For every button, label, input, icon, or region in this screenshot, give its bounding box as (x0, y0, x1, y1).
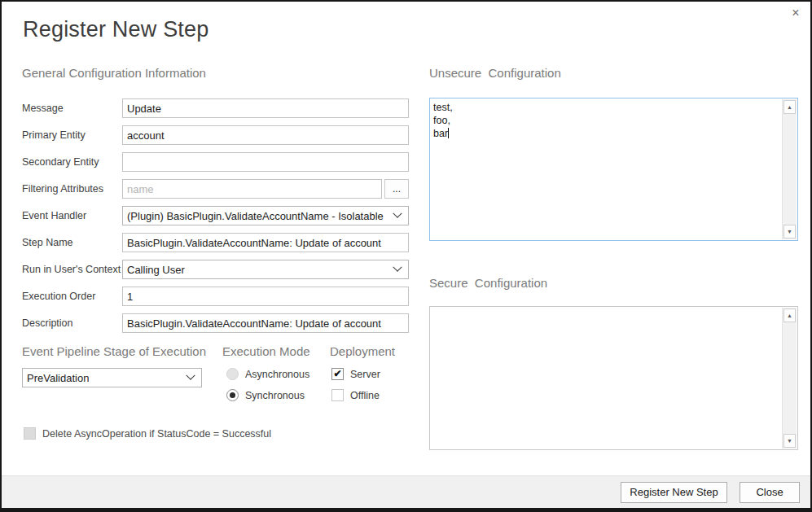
asynchronous-radio (226, 368, 239, 380)
chevron-down-icon (186, 371, 195, 380)
offline-option[interactable]: Offline (331, 389, 380, 401)
general-configuration-form: Message Primary Entity Secondary Entity … (22, 98, 409, 340)
description-label: Description (22, 317, 122, 329)
close-icon[interactable]: × (788, 5, 804, 21)
server-option[interactable]: ✔ Server (331, 368, 380, 380)
unsecure-config-line: foo, (433, 114, 779, 127)
filtering-attributes-row: Filtering Attributes ... (22, 179, 409, 199)
description-input[interactable] (122, 313, 409, 333)
chevron-down-icon (393, 263, 402, 272)
secure-configuration-textarea[interactable] (430, 307, 783, 449)
event-handler-row: Event Handler (Plugin) BasicPlugin.Valid… (22, 206, 409, 225)
synchronous-label: Synchronous (245, 390, 305, 401)
pipeline-stage-dropdown[interactable]: PreValidation (22, 368, 202, 387)
event-handler-dropdown[interactable]: (Plugin) BasicPlugin.ValidateAccountName… (122, 206, 409, 225)
execution-order-input[interactable] (122, 287, 409, 306)
close-button[interactable]: Close (740, 482, 800, 503)
chevron-down-icon (393, 209, 402, 218)
unsecure-configuration-textarea[interactable]: test, foo, bar (430, 98, 783, 240)
secondary-entity-row: Secondary Entity (22, 152, 409, 172)
synchronous-radio[interactable] (226, 389, 239, 401)
offline-label: Offline (350, 390, 380, 401)
unsecure-config-line: test, (433, 101, 779, 114)
message-input[interactable] (122, 98, 409, 118)
run-in-users-context-label: Run in User's Context (22, 264, 122, 275)
filtering-attributes-label: Filtering Attributes (22, 183, 122, 195)
dialog-footer: Register New Step Close (2, 475, 810, 508)
description-row: Description (22, 313, 409, 333)
delete-async-operation-option: Delete AsyncOperation if StatusCode = Su… (24, 427, 271, 440)
pipeline-stage-value: PreValidation (27, 372, 89, 384)
event-handler-label: Event Handler (22, 210, 122, 221)
run-in-users-context-dropdown[interactable]: Calling User (122, 260, 409, 279)
text-caret (448, 128, 449, 138)
secondary-entity-label: Secondary Entity (22, 156, 122, 168)
server-checkbox[interactable]: ✔ (331, 368, 344, 380)
event-pipeline-stage-header: Event Pipeline Stage of Execution (22, 344, 206, 358)
general-configuration-header: General Configuration Information (22, 66, 206, 80)
primary-entity-label: Primary Entity (22, 129, 122, 141)
deployment-options: ✔ Server Offline (331, 368, 380, 410)
unsecure-configuration-box: test, foo, bar ▲ ▼ (429, 98, 798, 241)
unsecure-configuration-header: Unsecure Configuration (429, 66, 561, 80)
step-name-row: Step Name (22, 233, 409, 252)
deployment-header: Deployment (330, 344, 395, 358)
message-row: Message (22, 98, 409, 118)
register-new-step-dialog: × Register New Step General Configuratio… (0, 0, 812, 512)
primary-entity-input[interactable] (122, 125, 409, 145)
synchronous-option[interactable]: Synchronous (226, 389, 309, 401)
asynchronous-label: Asynchronous (245, 369, 309, 380)
register-new-step-button[interactable]: Register New Step (621, 482, 727, 503)
offline-checkbox[interactable] (331, 389, 344, 401)
scroll-up-icon[interactable]: ▲ (783, 309, 796, 322)
primary-entity-row: Primary Entity (22, 125, 409, 145)
secure-configuration-box: ▲ ▼ (429, 306, 798, 450)
step-name-label: Step Name (22, 237, 122, 248)
execution-mode-options: Asynchronous Synchronous (226, 368, 309, 410)
run-in-users-context-row: Run in User's Context Calling User (22, 260, 409, 279)
filtering-attributes-input[interactable] (122, 179, 382, 199)
asynchronous-option: Asynchronous (226, 368, 309, 380)
delete-async-operation-checkbox (24, 427, 36, 440)
scroll-down-icon[interactable]: ▼ (783, 225, 796, 238)
secure-configuration-header: Secure Configuration (429, 276, 547, 290)
scroll-down-icon[interactable]: ▼ (783, 434, 796, 448)
execution-order-label: Execution Order (22, 291, 122, 302)
filtering-attributes-browse-button[interactable]: ... (384, 179, 409, 199)
scroll-up-icon[interactable]: ▲ (783, 100, 796, 114)
step-name-input[interactable] (122, 233, 409, 252)
unsecure-config-scrollbar[interactable]: ▲ ▼ (782, 99, 797, 239)
message-label: Message (22, 103, 122, 114)
server-label: Server (350, 369, 380, 380)
run-in-users-context-value: Calling User (127, 264, 185, 276)
delete-async-operation-label: Delete AsyncOperation if StatusCode = Su… (42, 428, 271, 440)
execution-mode-header: Execution Mode (222, 344, 310, 358)
execution-order-row: Execution Order (22, 287, 409, 306)
event-handler-value: (Plugin) BasicPlugin.ValidateAccountName… (127, 210, 384, 222)
secondary-entity-input[interactable] (122, 152, 409, 172)
secure-config-scrollbar[interactable]: ▲ ▼ (782, 308, 797, 449)
unsecure-config-line: bar (433, 127, 779, 140)
dialog-title: Register New Step (23, 17, 209, 42)
